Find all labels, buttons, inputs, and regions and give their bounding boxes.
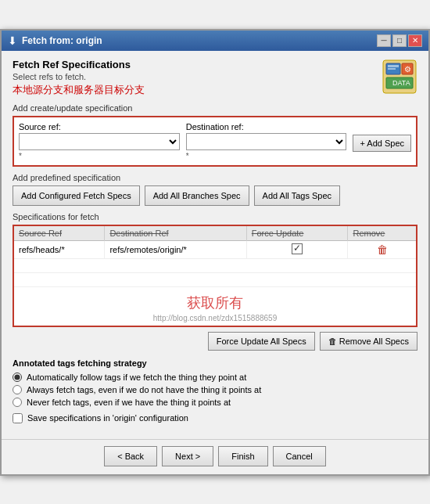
specs-section-label: Specifications for fetch	[13, 212, 417, 221]
cell-force-update[interactable]	[246, 240, 348, 258]
next-button[interactable]: Next >	[162, 446, 213, 466]
cell-remove[interactable]: 🗑	[348, 240, 416, 258]
chinese-note: 本地源分支和服务器目标分支	[13, 83, 417, 97]
radio-group: Automatically follow tags if we fetch th…	[13, 373, 417, 407]
close-button[interactable]: ✕	[408, 34, 422, 47]
add-spec-button[interactable]: + Add Spec	[353, 135, 411, 152]
title-bar-left: ⬇ Fetch from: origin	[8, 34, 102, 47]
title-bar: ⬇ Fetch from: origin ─ □ ✕	[2, 31, 428, 51]
specs-table: Source Ref Destination Ref Force Update …	[14, 226, 416, 287]
header-area: Fetch Ref Specifications Select refs to …	[13, 59, 417, 97]
wizard-graphic: ⚙ DATA	[382, 59, 417, 95]
minimize-button[interactable]: ─	[377, 34, 391, 47]
col-force-update: Force Update	[246, 226, 348, 241]
dest-ref-group: Destination ref: *	[186, 122, 347, 160]
window-icon: ⬇	[8, 34, 17, 47]
page-title: Fetch Ref Specifications	[13, 59, 417, 70]
svg-text:⚙: ⚙	[404, 65, 411, 74]
save-checkbox-row[interactable]: Save specifications in 'origin' configur…	[13, 413, 417, 423]
content-area: Fetch Ref Specifications Select refs to …	[2, 51, 428, 439]
cancel-button[interactable]: Cancel	[273, 446, 326, 466]
save-checkbox-label: Save specifications in 'origin' configur…	[27, 413, 188, 423]
radio-item-0[interactable]: Automatically follow tags if we fetch th…	[13, 373, 417, 382]
predefined-label: Add predefined specification	[13, 173, 417, 182]
radio-label-1: Always fetch tags, even if we do not hav…	[27, 385, 261, 394]
add-all-branches-btn[interactable]: Add All Branches Spec	[145, 185, 249, 206]
col-remove: Remove	[348, 226, 416, 241]
col-source-ref: Source Ref	[14, 226, 105, 241]
remove-all-specs-btn[interactable]: 🗑 Remove All Specs	[320, 332, 417, 351]
radio-input-2[interactable]	[13, 398, 22, 407]
back-button[interactable]: < Back	[104, 446, 157, 466]
radio-item-2[interactable]: Never fetch tags, even if we have the th…	[13, 398, 417, 407]
finish-button[interactable]: Finish	[218, 446, 267, 466]
table-row: refs/heads/* refs/remotes/origin/* 🗑	[14, 240, 416, 258]
specs-table-header: Source Ref Destination Ref Force Update …	[14, 226, 416, 241]
dest-ref-select[interactable]	[186, 133, 347, 150]
source-ref-select[interactable]	[19, 133, 180, 150]
radio-input-1[interactable]	[13, 385, 22, 394]
add-configured-fetch-btn[interactable]: Add Configured Fetch Specs	[13, 185, 140, 206]
delete-icon[interactable]: 🗑	[377, 243, 388, 256]
specs-action-row: Force Update All Specs 🗑 Remove All Spec…	[13, 332, 417, 351]
dest-star: *	[186, 152, 347, 160]
add-spec-btn-wrapper: + Add Spec	[353, 135, 411, 152]
window-title: Fetch from: origin	[22, 35, 102, 46]
predefined-row: Add Configured Fetch Specs Add All Branc…	[13, 185, 417, 206]
add-all-tags-btn[interactable]: Add All Tags Spec	[254, 185, 340, 206]
specs-table-wrapper: Source Ref Destination Ref Force Update …	[13, 225, 417, 327]
table-row-empty-2	[14, 272, 416, 286]
tags-section-label: Annotated tags fetching strategy	[13, 358, 417, 368]
chinese-overlay: 获取所有	[14, 287, 416, 314]
source-ref-group: Source ref: *	[19, 122, 180, 160]
cell-source-ref: refs/heads/*	[14, 240, 105, 258]
svg-rect-2	[388, 65, 399, 67]
col-dest-ref: Destination Ref	[105, 226, 246, 241]
dest-ref-field-row	[186, 133, 347, 150]
main-window: ⬇ Fetch from: origin ─ □ ✕ Fetch Ref Spe…	[0, 29, 430, 476]
dest-ref-label: Destination ref:	[186, 122, 347, 131]
bottom-buttons: < Back Next > Finish Cancel	[2, 439, 428, 474]
page-subtitle: Select refs to fetch.	[13, 72, 417, 81]
watermark: http://blog.csdn.net/zdx1515888659	[14, 314, 416, 322]
cell-dest-ref: refs/remotes/origin/*	[105, 240, 246, 258]
maximize-button[interactable]: □	[392, 34, 407, 47]
radio-input-0[interactable]	[13, 373, 22, 382]
add-create-row: Source ref: * Destination ref:	[19, 122, 411, 160]
radio-item-1[interactable]: Always fetch tags, even if we do not hav…	[13, 385, 417, 394]
save-checkbox[interactable]	[13, 413, 23, 423]
title-buttons: ─ □ ✕	[377, 34, 422, 47]
add-create-label: Add create/update specification	[13, 103, 417, 113]
table-row-empty-1	[14, 258, 416, 272]
source-ref-label: Source ref:	[19, 122, 180, 131]
svg-rect-3	[388, 68, 396, 70]
source-star: *	[19, 152, 180, 160]
force-update-all-btn[interactable]: Force Update All Specs	[208, 332, 315, 351]
svg-text:DATA: DATA	[392, 79, 410, 87]
radio-label-0: Automatically follow tags if we fetch th…	[27, 373, 246, 382]
source-ref-field-row	[19, 133, 180, 150]
force-update-checkbox[interactable]	[292, 243, 303, 254]
radio-label-2: Never fetch tags, even if we have the th…	[27, 398, 231, 407]
add-create-box: Source ref: * Destination ref:	[13, 116, 417, 167]
